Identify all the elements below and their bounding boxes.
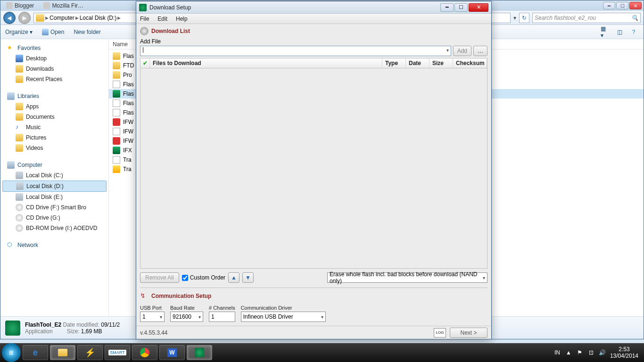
- start-button[interactable]: ⊞: [2, 343, 21, 362]
- drive-icon: [16, 182, 24, 190]
- breadcrumb-item[interactable]: Local Disk (D:): [80, 15, 117, 21]
- file-name: Tra: [123, 156, 132, 163]
- sidebar-item-desktop[interactable]: Desktop: [0, 53, 108, 64]
- sidebar-item-drive-e[interactable]: Local Disk (E:): [0, 192, 108, 202]
- close-button[interactable]: ✕: [469, 3, 488, 12]
- txt-icon: [113, 81, 120, 88]
- minimize-button[interactable]: ━: [440, 3, 454, 12]
- sidebar-item-cd-g[interactable]: CD Drive (G:): [0, 213, 108, 223]
- view-options-button[interactable]: ▦ ▾: [600, 27, 611, 37]
- checkbox-column[interactable]: ✔: [140, 58, 150, 68]
- sidebar-item-downloads[interactable]: Downloads: [0, 64, 108, 74]
- taskbar-app-word[interactable]: W: [159, 345, 185, 360]
- log-button[interactable]: LOG: [434, 328, 446, 337]
- sidebar-item-music[interactable]: ♪Music: [0, 122, 108, 132]
- file-name: IFW: [123, 119, 133, 125]
- erase-option-select[interactable]: Erase whole flash incl. bad blocks befor…: [327, 272, 487, 283]
- windows-icon: ⊞: [9, 349, 14, 356]
- menu-file[interactable]: File: [140, 16, 149, 22]
- sidebar-item-pictures[interactable]: Pictures: [0, 132, 108, 143]
- sidebar-item-recent[interactable]: Recent Places: [0, 74, 108, 84]
- minimize-button[interactable]: ━: [603, 2, 615, 9]
- taskbar-app-explorer[interactable]: [50, 345, 75, 360]
- tray-clock[interactable]: 2:53 13/04/2014: [610, 346, 638, 360]
- column-size[interactable]: Size: [429, 58, 453, 68]
- remove-all-button[interactable]: Remove All: [140, 272, 179, 283]
- sidebar-item-drive-d[interactable]: Local Disk (D:): [2, 181, 107, 192]
- sidebar-favorites-header[interactable]: ★Favorites: [0, 43, 108, 53]
- baud-rate-select[interactable]: 921600: [170, 312, 203, 322]
- maximize-button[interactable]: ☐: [616, 2, 628, 9]
- taskbar: ⊞ e ⚡ SMART W IN ▲ ⚑ ⊡ 🔊 2:53 13/04/2014: [0, 343, 644, 362]
- move-down-button[interactable]: ▼: [242, 272, 254, 283]
- column-checksum[interactable]: Checksum: [453, 58, 487, 68]
- tab-label: Blogger: [15, 2, 34, 9]
- tray-volume-icon[interactable]: 🔊: [599, 349, 606, 356]
- custom-order-checkbox[interactable]: Custom Order: [182, 274, 225, 281]
- sidebar-computer-header[interactable]: Computer: [0, 160, 108, 170]
- column-date[interactable]: Date: [406, 58, 429, 68]
- version-label: v.4.55.3.44: [140, 329, 168, 336]
- taskbar-app-winamp[interactable]: ⚡: [77, 345, 103, 360]
- column-files[interactable]: Files to Download: [150, 58, 382, 68]
- help-button[interactable]: ?: [628, 27, 639, 37]
- menu-help[interactable]: Help: [176, 16, 188, 22]
- file-name: Flas: [123, 109, 134, 116]
- usb-port-select[interactable]: 1: [140, 312, 165, 322]
- pdf-icon: [113, 137, 120, 145]
- open-button[interactable]: Open: [42, 29, 64, 35]
- taskbar-app-chrome[interactable]: [132, 345, 157, 360]
- pictures-icon: [16, 134, 23, 141]
- winamp-icon: ⚡: [85, 347, 95, 358]
- libraries-icon: [7, 92, 15, 100]
- cd-icon: [16, 214, 23, 222]
- sidebar-item-cd-f[interactable]: CD Drive (F:) Smart Bro: [0, 202, 108, 213]
- browser-tab-0[interactable]: Blogger: [2, 1, 38, 10]
- breadcrumb-item[interactable]: Computer: [50, 15, 74, 21]
- files-table-body: [140, 68, 487, 268]
- custom-order-check[interactable]: [182, 275, 188, 281]
- next-button[interactable]: Next >: [450, 328, 487, 338]
- file-name: IFW: [123, 138, 133, 144]
- sidebar-network-header[interactable]: ⬡Network: [0, 240, 108, 250]
- tray-flag-icon[interactable]: ⚑: [576, 349, 584, 356]
- chevron-right-icon: ▶: [117, 16, 121, 20]
- preview-pane-button[interactable]: ◫: [614, 27, 625, 37]
- browser-tab-1[interactable]: Mozilla Fir…: [40, 1, 87, 10]
- move-up-button[interactable]: ▲: [228, 272, 239, 283]
- browse-button[interactable]: …: [473, 46, 487, 56]
- search-input[interactable]: Search flashtool_e2_rou 🔍: [532, 13, 641, 23]
- communication-setup-header: ↯ Communication Setup: [140, 291, 487, 301]
- maximize-button[interactable]: ☐: [454, 3, 468, 12]
- new-folder-button[interactable]: New folder: [74, 29, 100, 35]
- sidebar-item-bdrom-i[interactable]: BD-ROM Drive (I:) AOEDVD: [0, 223, 108, 233]
- organize-menu[interactable]: Organize ▾: [5, 29, 33, 35]
- sidebar-item-drive-c[interactable]: Local Disk (C:): [0, 170, 108, 181]
- add-button[interactable]: Add: [453, 46, 471, 56]
- breadcrumb-dropdown[interactable]: ▾: [513, 15, 516, 21]
- dialog-titlebar[interactable]: Download Setup ━ ☐ ✕: [136, 1, 491, 14]
- nav-back-button[interactable]: ◄: [3, 12, 16, 24]
- sidebar-item-apps[interactable]: Apps: [0, 101, 108, 112]
- desktop-icon: [16, 55, 23, 62]
- taskbar-app-smart[interactable]: SMART: [105, 345, 130, 360]
- taskbar-app-ie[interactable]: e: [23, 345, 48, 360]
- nav-forward-button[interactable]: ►: [18, 12, 31, 24]
- tray-network-icon[interactable]: ⊡: [587, 349, 595, 356]
- menu-edit[interactable]: Edit: [157, 16, 167, 22]
- close-button[interactable]: ✕: [629, 2, 642, 9]
- file-name: Pro: [123, 72, 132, 78]
- sidebar-libraries-header[interactable]: Libraries: [0, 91, 108, 101]
- sidebar-item-videos[interactable]: Videos: [0, 143, 108, 153]
- channels-input[interactable]: 1: [209, 312, 235, 322]
- tray-lang[interactable]: IN: [553, 349, 561, 356]
- add-file-input[interactable]: |: [140, 46, 451, 56]
- exe-icon: [113, 147, 120, 154]
- comm-driver-select[interactable]: Infineon USB Driver: [241, 312, 326, 322]
- tray-chevron-icon[interactable]: ▲: [565, 349, 572, 356]
- taskbar-app-flashtool[interactable]: [187, 345, 212, 360]
- refresh-button[interactable]: ↻: [519, 13, 529, 23]
- column-type[interactable]: Type: [382, 58, 406, 68]
- sidebar-item-documents[interactable]: Documents: [0, 112, 108, 122]
- file-name: Tra: [123, 166, 132, 173]
